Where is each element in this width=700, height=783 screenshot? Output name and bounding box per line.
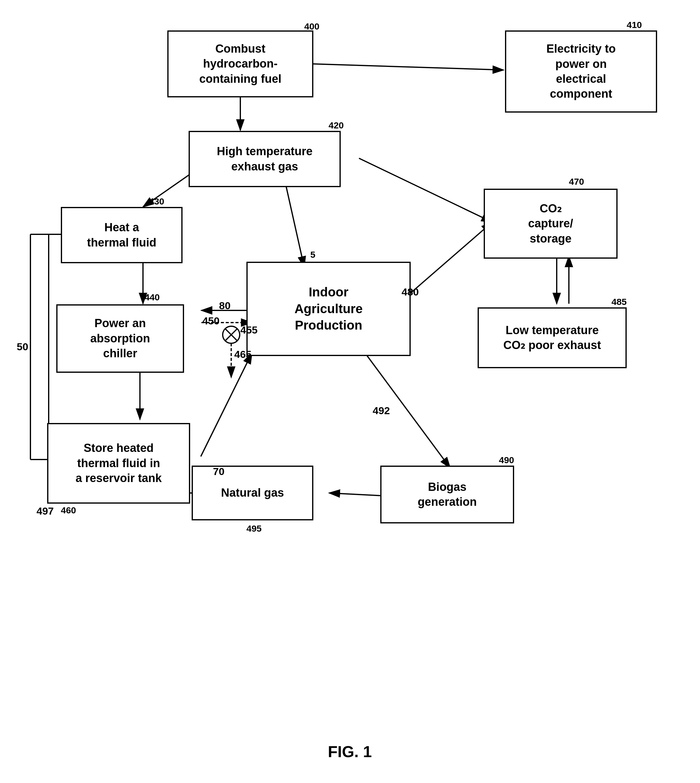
ref-430: 430 (149, 196, 164, 207)
ref-485: 485 (612, 297, 627, 307)
ref-490: 490 (499, 455, 514, 465)
label-80: 80 (219, 300, 231, 312)
label-50: 50 (17, 341, 28, 353)
label-465: 465 (234, 349, 252, 360)
svg-point-11 (223, 326, 240, 343)
svg-line-5 (286, 185, 304, 267)
svg-line-6 (359, 158, 492, 222)
label-455: 455 (240, 324, 258, 336)
svg-line-2 (313, 64, 503, 70)
label-450: 450 (202, 315, 220, 327)
ref-495: 495 (247, 523, 262, 534)
ref-440: 440 (145, 292, 160, 302)
svg-line-13 (225, 329, 237, 341)
figure-label: FIG. 1 (274, 743, 426, 761)
combust-box: Combusthydrocarbon-containing fuel (167, 30, 313, 97)
label-492: 492 (373, 405, 390, 417)
co2-capture-box: CO₂capture/storage (484, 189, 618, 259)
absorption-box: Power anabsorptionchiller (56, 304, 184, 373)
high-temp-box: High temperatureexhaust gas (188, 131, 341, 187)
svg-line-12 (225, 329, 237, 341)
ref-470: 470 (569, 177, 584, 187)
ref-460: 460 (61, 505, 76, 516)
natural-gas-box: Natural gas (192, 466, 313, 520)
ref-410: 410 (627, 20, 642, 30)
svg-line-20 (329, 493, 389, 496)
label-70: 70 (213, 466, 225, 477)
ref-5: 5 (310, 250, 315, 260)
flow-diagram-arrows (0, 0, 700, 783)
heat-thermal-box: Heat athermal fluid (61, 207, 183, 263)
ref-400: 400 (304, 21, 320, 32)
indoor-ag-box: IndoorAgricultureProduction (247, 262, 411, 356)
store-thermal-box: Store heatedthermal fluid ina reservoir … (47, 423, 190, 504)
label-480: 480 (402, 286, 419, 298)
label-497: 497 (37, 505, 54, 517)
low-temp-box: Low temperatureCO₂ poor exhaust (478, 307, 627, 368)
svg-line-15 (201, 353, 252, 456)
biogas-box: Biogasgeneration (380, 466, 514, 523)
ref-420: 420 (328, 120, 344, 130)
diagram: Combusthydrocarbon-containing fuel 400 E… (0, 0, 700, 783)
electricity-box: Electricity topower onelectricalcomponen… (505, 30, 657, 113)
